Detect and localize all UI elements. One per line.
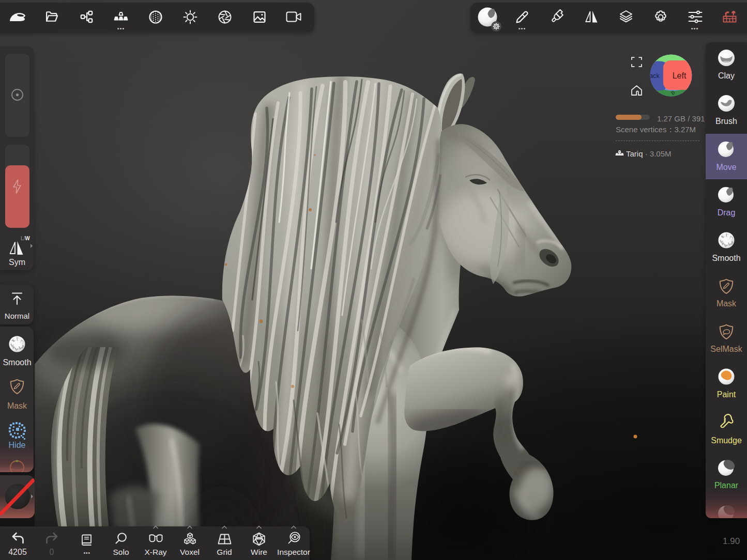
svg-text:ack: ack bbox=[650, 72, 660, 80]
svg-text:Left: Left bbox=[673, 71, 687, 80]
